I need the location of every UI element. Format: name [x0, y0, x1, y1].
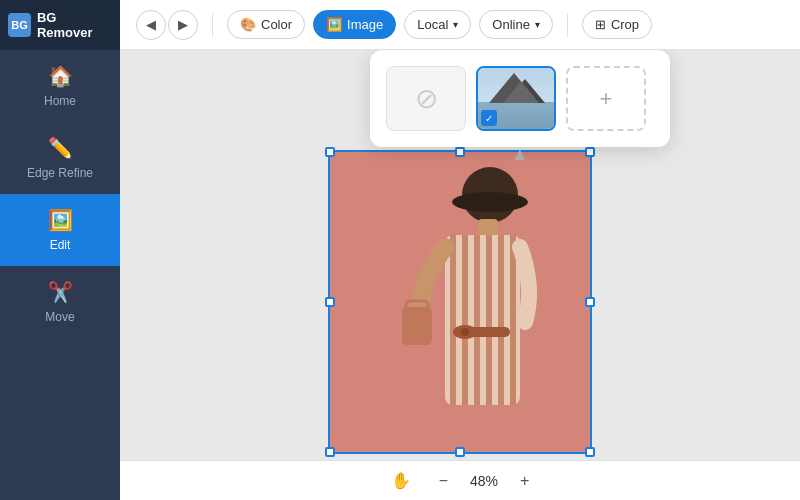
zoom-out-button[interactable]: −	[433, 468, 454, 494]
sidebar-item-home-label: Home	[44, 94, 76, 108]
image-icon: 🖼️	[326, 17, 342, 32]
crop-icon: ⊞	[595, 17, 606, 32]
sidebar-item-move[interactable]: ✂️ Move	[0, 266, 120, 338]
svg-rect-7	[486, 235, 492, 405]
app-logo: BG	[8, 13, 31, 37]
svg-rect-11	[402, 307, 432, 345]
svg-rect-9	[510, 235, 516, 405]
thumb-checkmark: ✓	[481, 110, 497, 126]
zoom-percentage: 48%	[470, 473, 498, 489]
local-button[interactable]: Local ▾	[404, 10, 471, 39]
svg-point-15	[461, 328, 469, 336]
back-button[interactable]: ◀	[136, 10, 166, 40]
color-icon: 🎨	[240, 17, 256, 32]
handle-middle-right[interactable]	[585, 297, 595, 307]
add-image-button[interactable]: +	[566, 66, 646, 131]
sidebar-item-home[interactable]: 🏠 Home	[0, 50, 120, 122]
sidebar-item-edge-refine-label: Edge Refine	[27, 166, 93, 180]
local-label: Local	[417, 17, 448, 32]
svg-rect-2	[478, 219, 498, 237]
hand-tool-button[interactable]: ✋	[385, 467, 417, 494]
sidebar-item-edge-refine[interactable]: ✏️ Edge Refine	[0, 122, 120, 194]
sidebar: BG BG Remover 🏠 Home ✏️ Edge Refine 🖼️ E…	[0, 0, 120, 500]
sidebar-item-move-label: Move	[45, 310, 74, 324]
online-dropdown-arrow: ▾	[535, 19, 540, 30]
sidebar-header: BG BG Remover	[0, 0, 120, 50]
hand-icon: ✋	[391, 472, 411, 489]
panel-collapse-arrow[interactable]: ▲	[511, 144, 529, 165]
zoom-in-button[interactable]: +	[514, 468, 535, 494]
handle-bottom-right[interactable]	[585, 447, 595, 457]
local-dropdown-arrow: ▾	[453, 19, 458, 30]
handle-top-right[interactable]	[585, 147, 595, 157]
svg-rect-3	[445, 235, 520, 405]
image-label: Image	[347, 17, 383, 32]
statusbar: ✋ − 48% +	[120, 460, 800, 500]
add-icon: +	[600, 86, 613, 112]
svg-point-1	[452, 192, 528, 212]
edge-refine-icon: ✏️	[48, 136, 73, 160]
handle-bottom-left[interactable]	[325, 447, 335, 457]
canvas-image-container[interactable]	[328, 150, 592, 454]
online-button[interactable]: Online ▾	[479, 10, 553, 39]
main-content: ◀ ▶ 🎨 Color 🖼️ Image Local ▾ Online ▾ ⊞ …	[120, 0, 800, 500]
toolbar: ◀ ▶ 🎨 Color 🖼️ Image Local ▾ Online ▾ ⊞ …	[120, 0, 800, 50]
forward-button[interactable]: ▶	[168, 10, 198, 40]
logo-text: BG	[11, 19, 28, 31]
image-button[interactable]: 🖼️ Image	[313, 10, 396, 39]
handle-middle-left[interactable]	[325, 297, 335, 307]
image-thumb-selected[interactable]: ✓	[476, 66, 556, 131]
placeholder-icon: ⊘	[415, 82, 438, 115]
mountain-peak-3	[503, 81, 539, 103]
app-title: BG Remover	[37, 10, 112, 40]
nav-buttons: ◀ ▶	[136, 10, 198, 40]
zoom-in-icon: +	[520, 472, 529, 489]
sidebar-item-edit[interactable]: 🖼️ Edit	[0, 194, 120, 266]
online-label: Online	[492, 17, 530, 32]
svg-rect-6	[474, 235, 480, 405]
canvas-area: ⊘ ✓ + ▲	[120, 50, 800, 460]
handle-bottom-middle[interactable]	[455, 447, 465, 457]
svg-rect-8	[498, 235, 504, 405]
color-label: Color	[261, 17, 292, 32]
person-svg	[360, 157, 560, 447]
sidebar-item-edit-label: Edit	[50, 238, 71, 252]
crop-button[interactable]: ⊞ Crop	[582, 10, 652, 39]
image-thumb-placeholder[interactable]: ⊘	[386, 66, 466, 131]
move-icon: ✂️	[48, 280, 73, 304]
canvas-image	[330, 152, 590, 452]
toolbar-separator-2	[567, 13, 568, 37]
svg-rect-4	[450, 235, 456, 405]
svg-rect-5	[462, 235, 468, 405]
crop-label: Crop	[611, 17, 639, 32]
toolbar-separator-1	[212, 13, 213, 37]
zoom-out-icon: −	[439, 472, 448, 489]
home-icon: 🏠	[48, 64, 73, 88]
handle-top-left[interactable]	[325, 147, 335, 157]
handle-top-middle[interactable]	[455, 147, 465, 157]
image-panel-grid: ⊘ ✓ +	[386, 66, 654, 131]
image-panel: ⊘ ✓ + ▲	[370, 50, 670, 147]
color-button[interactable]: 🎨 Color	[227, 10, 305, 39]
edit-icon: 🖼️	[48, 208, 73, 232]
